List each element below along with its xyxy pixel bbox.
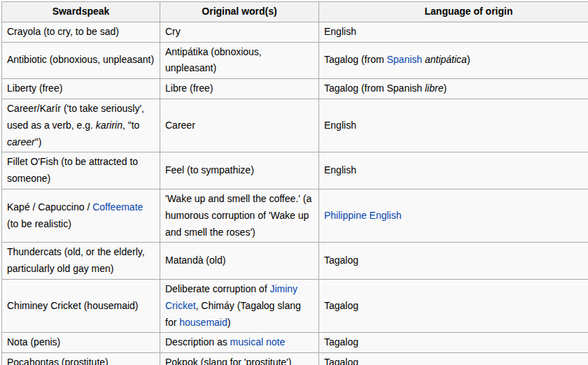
- wiki-link[interactable]: Spanish: [386, 54, 422, 65]
- table-row: Fillet O'Fish (to be attracted to someon…: [2, 152, 588, 189]
- table-row: Antibiotic (obnoxious, unpleasant)Antipá…: [2, 42, 588, 79]
- table-row: Career/Karír ('to take seriously', used …: [2, 99, 588, 152]
- italic-text: antipática: [425, 54, 467, 65]
- wiki-link[interactable]: housemaid: [179, 317, 227, 328]
- table-cell-language-of-origin: Tagalog: [319, 279, 588, 332]
- text-segment: English: [324, 120, 356, 131]
- table-cell-language-of-origin: Tagalog (from Spanish libre): [319, 79, 588, 99]
- table-row: Thundercats (old, or the elderly, partic…: [2, 243, 588, 280]
- table-row: Liberty (free)Libre (free)Tagalog (from …: [2, 79, 588, 99]
- text-segment: Nota (penis): [7, 336, 60, 348]
- text-segment: Matandà (old): [165, 255, 225, 266]
- text-segment: Tagalog: [324, 255, 358, 266]
- italic-text: career: [7, 136, 35, 148]
- wiki-link[interactable]: Coffeemate: [92, 201, 143, 213]
- table-cell-original-words: Matandà (old): [160, 243, 319, 280]
- table-cell-language-of-origin: Tagalog: [319, 353, 588, 365]
- table-cell-original-words: Career: [160, 99, 319, 152]
- table-cell-original-words: Libre (free): [160, 79, 319, 99]
- text-segment: Tagalog: [324, 336, 358, 348]
- table-cell-swardspeak: Nota (penis): [2, 333, 160, 353]
- column-header-language-of-origin: Language of origin: [319, 2, 588, 22]
- text-segment: Libre (free): [165, 83, 213, 94]
- table-cell-swardspeak: Crayola (to cry, to be sad): [2, 22, 160, 42]
- table-cell-swardspeak: Fillet O'Fish (to be attracted to someon…: [2, 152, 160, 189]
- table-row: Kapé / Capuccino / Coffeemate (to be rea…: [2, 189, 588, 242]
- column-header-original-words: Original word(s): [160, 2, 319, 22]
- text-segment: , "to: [122, 120, 139, 131]
- table-cell-swardspeak: Kapé / Capuccino / Coffeemate (to be rea…: [2, 189, 160, 242]
- text-segment: Cry: [165, 26, 181, 37]
- text-segment: Pokpok (slang for 'prostitute'): [165, 357, 291, 365]
- table-row: Nota (penis)Description as musical noteT…: [2, 333, 588, 353]
- header-row: SwardspeakOriginal word(s)Language of or…: [2, 2, 588, 22]
- table-cell-original-words: Pokpok (slang for 'prostitute'): [160, 353, 319, 365]
- swardspeak-table: SwardspeakOriginal word(s)Language of or…: [1, 1, 588, 365]
- text-segment: ): [443, 83, 447, 94]
- text-segment: Kapé / Capuccino /: [7, 201, 92, 213]
- italic-text: libre: [425, 83, 443, 94]
- text-segment: Antipátika (obnoxious, unpleasant): [165, 46, 262, 74]
- table-cell-original-words: Antipátika (obnoxious, unpleasant): [160, 42, 319, 79]
- wiki-link[interactable]: musical note: [230, 336, 286, 348]
- table-row: Pocahontas (prostitute)Pokpok (slang for…: [2, 353, 588, 365]
- table-cell-swardspeak: Chiminey Cricket (housemaid): [2, 279, 160, 332]
- table-cell-language-of-origin: Tagalog (from Spanish antipática): [319, 42, 588, 79]
- table-header: SwardspeakOriginal word(s)Language of or…: [2, 2, 588, 22]
- table-cell-original-words: Feel (to sympathize): [160, 152, 319, 189]
- table-cell-language-of-origin: English: [319, 152, 588, 189]
- text-segment: English: [324, 26, 356, 37]
- text-segment: Career: [165, 120, 195, 131]
- table-cell-language-of-origin: Philippine English: [319, 189, 588, 242]
- table-cell-original-words: 'Wake up and smell the coffee.' (a humor…: [160, 189, 319, 242]
- text-segment: English: [324, 164, 356, 176]
- text-segment: ): [227, 317, 231, 328]
- text-segment: Deliberate corruption of: [165, 283, 270, 294]
- text-segment: Tagalog: [324, 357, 358, 365]
- text-segment: Liberty (free): [7, 83, 62, 94]
- text-segment: Pocahontas (prostitute): [7, 357, 108, 365]
- table-body: Crayola (to cry, to be sad)CryEnglishAnt…: [2, 22, 588, 365]
- table-row: Chiminey Cricket (housemaid)Deliberate c…: [2, 279, 588, 332]
- text-segment: Description as: [165, 336, 230, 348]
- table-cell-swardspeak: Career/Karír ('to take seriously', used …: [2, 99, 160, 152]
- text-segment: "): [35, 136, 42, 148]
- table-cell-language-of-origin: English: [319, 99, 588, 152]
- table-cell-swardspeak: Antibiotic (obnoxious, unpleasant): [2, 42, 160, 79]
- table-cell-original-words: Cry: [160, 22, 319, 42]
- table-cell-original-words: Description as musical note: [160, 333, 319, 353]
- table-cell-language-of-origin: Tagalog: [319, 333, 588, 353]
- table-cell-swardspeak: Pocahontas (prostitute): [2, 353, 160, 365]
- page-canvas: SwardspeakOriginal word(s)Language of or…: [0, 0, 588, 365]
- text-segment: 'Wake up and smell the coffee.' (a humor…: [165, 193, 312, 238]
- wiki-link[interactable]: Philippine English: [324, 210, 402, 221]
- text-segment: Tagalog (from: [324, 54, 386, 65]
- text-segment: Crayola (to cry, to be sad): [7, 26, 119, 37]
- text-segment: ): [467, 54, 470, 65]
- table-cell-swardspeak: Thundercats (old, or the elderly, partic…: [2, 243, 160, 280]
- table-cell-language-of-origin: Tagalog: [319, 243, 588, 280]
- table-cell-language-of-origin: English: [319, 22, 588, 42]
- text-segment: Antibiotic (obnoxious, unpleasant): [7, 54, 154, 65]
- text-segment: Chiminey Cricket (housemaid): [7, 300, 139, 311]
- table-cell-original-words: Deliberate corruption of Jiminy Cricket,…: [160, 279, 319, 332]
- table-row: Crayola (to cry, to be sad)CryEnglish: [2, 22, 588, 42]
- text-segment: Fillet O'Fish (to be attracted to someon…: [7, 156, 138, 184]
- text-segment: Tagalog: [324, 300, 358, 311]
- italic-text: karirin: [96, 120, 122, 131]
- text-segment: (to be realistic): [7, 218, 71, 229]
- text-segment: Thundercats (old, or the elderly, partic…: [7, 246, 145, 274]
- table-cell-swardspeak: Liberty (free): [2, 79, 160, 99]
- text-segment: Feel (to sympathize): [165, 164, 254, 176]
- text-segment: Tagalog (from Spanish: [324, 83, 425, 94]
- column-header-swardspeak: Swardspeak: [2, 2, 160, 22]
